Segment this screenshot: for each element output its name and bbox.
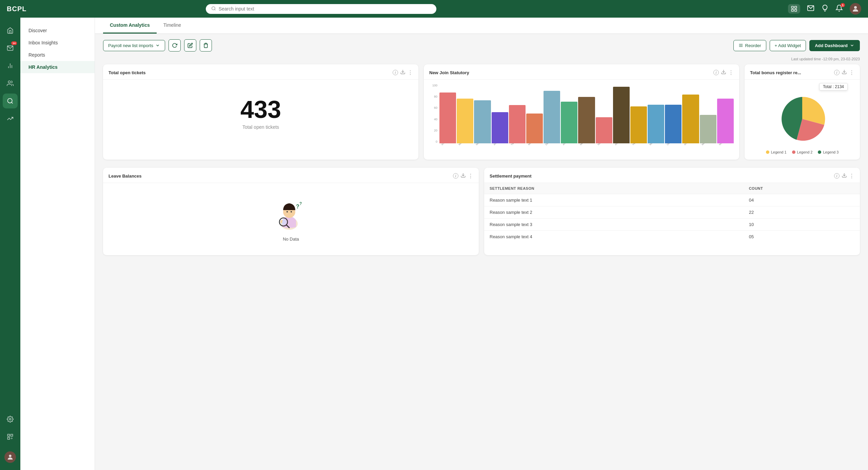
delete-btn[interactable] [200, 39, 212, 52]
bar-item [561, 102, 577, 143]
widget-settlement-payment: Settlement payment i ⋮ SETTLEMENT REASON… [484, 168, 860, 255]
download-btn-statutory[interactable] [721, 69, 726, 76]
widget-title-leave: Leave Balances [108, 173, 451, 179]
col-header-count: COUNT [744, 183, 860, 194]
svg-rect-2 [791, 6, 793, 8]
toolbar-right: Reorder + Add Widget Add Dashboard [733, 40, 860, 51]
legend-dot-1 [766, 150, 769, 154]
bar-item [682, 95, 699, 143]
tab-timeline[interactable]: Timeline [157, 18, 188, 34]
more-btn-bonus[interactable]: ⋮ [849, 69, 854, 76]
sidebar-item-discover[interactable]: Discover [20, 24, 95, 37]
svg-rect-5 [795, 9, 797, 12]
widget-title-statutory: New Join Statutory [429, 70, 711, 75]
bar-item [578, 97, 595, 143]
refresh-btn[interactable] [169, 39, 181, 52]
search-input[interactable] [219, 6, 431, 12]
widget-header-settlement: Settlement payment i ⋮ [484, 168, 860, 183]
last-updated-text: Last updated time -12:09 pm, 23-02-2023 [95, 57, 868, 64]
ideas-icon-btn[interactable] [821, 4, 829, 14]
reorder-btn[interactable]: Reorder [733, 40, 766, 51]
bell-icon-btn[interactable]: 1 [835, 4, 843, 14]
add-widget-btn[interactable]: + Add Widget [770, 40, 806, 51]
svg-point-19 [9, 455, 11, 457]
sidebar-icon-chart[interactable] [3, 58, 18, 73]
bar-item [613, 87, 630, 143]
edit-btn[interactable] [184, 39, 196, 52]
legend-item-3: Legend 3 [818, 150, 839, 154]
info-icon-settlement[interactable]: i [834, 173, 840, 179]
toolbar: Payroll new list imports Reorder + Add W… [95, 34, 868, 57]
bar-label: Nishant Ga... [597, 143, 609, 146]
pie-chart [775, 92, 829, 146]
more-btn-leave[interactable]: ⋮ [468, 173, 473, 179]
tab-custom-analytics[interactable]: Custom Analytics [103, 18, 157, 34]
sidebar-icon-avatar[interactable] [3, 450, 18, 465]
widget-total-open-tickets: Total open tickets i ⋮ 433 Total open ti… [103, 64, 418, 160]
add-dashboard-btn[interactable]: Add Dashboard [809, 40, 860, 51]
tickets-label: Total open tickets [242, 124, 279, 130]
bar-label: Aniket Sh... [493, 143, 503, 146]
bar-item [509, 105, 526, 143]
download-btn-tickets[interactable] [400, 69, 406, 76]
count-cell: 04 [744, 194, 860, 206]
svg-line-1 [214, 9, 215, 10]
svg-point-0 [212, 6, 215, 9]
avatar[interactable] [850, 3, 861, 15]
bar-label: Ankit Shiva... [562, 143, 574, 146]
svg-rect-4 [791, 9, 793, 12]
tickets-body: 433 Total open tickets [103, 80, 418, 147]
bar-item [648, 105, 664, 143]
sidebar-item-reports[interactable]: Reports [20, 49, 95, 61]
widget-title-settlement: Settlement payment [490, 173, 832, 179]
info-icon-statutory[interactable]: i [713, 70, 719, 75]
bell-badge: 1 [841, 3, 845, 7]
info-icon-bonus[interactable]: i [834, 70, 840, 75]
icon-sidebar: 14 [0, 18, 20, 470]
svg-point-12 [8, 81, 11, 83]
bar-label: Nishant Ga... [718, 143, 730, 146]
more-btn-tickets[interactable]: ⋮ [408, 69, 413, 76]
col-header-reason: SETTLEMENT REASON [484, 183, 744, 194]
widget-title-bonus: Total bonus register re... [750, 70, 832, 75]
widget-header-bonus: Total bonus register re... i ⋮ [745, 64, 860, 80]
svg-point-13 [8, 99, 12, 103]
info-icon-tickets[interactable]: i [393, 70, 398, 75]
sidebar-icon-analytics[interactable] [3, 94, 18, 108]
sidebar-item-hr-analytics[interactable]: HR Analytics [20, 61, 95, 73]
reason-cell: Reason sample text 4 [484, 231, 744, 243]
info-icon-leave[interactable]: i [453, 173, 458, 179]
trash-icon [203, 43, 209, 48]
sidebar-icon-home[interactable] [3, 23, 18, 38]
dashboard-grid-row1: Total open tickets i ⋮ 433 Total open ti… [95, 64, 868, 168]
more-btn-statutory[interactable]: ⋮ [728, 69, 734, 76]
table-row: Reason sample text 104 [484, 194, 860, 206]
network-icon[interactable] [788, 4, 800, 14]
bar-label: Vipul Gupta [632, 143, 642, 146]
sidebar-icon-people[interactable] [3, 76, 18, 91]
bar-label: Deepti Kul... [545, 143, 556, 146]
bar-item [544, 91, 560, 143]
svg-point-30 [291, 211, 292, 212]
settlement-table-container: SETTLEMENT REASON COUNT Reason sample te… [484, 183, 860, 245]
search-box[interactable] [206, 4, 436, 14]
widget-header-statutory: New Join Statutory i ⋮ [424, 64, 739, 80]
legend-label-1: Legend 1 [771, 150, 787, 154]
bar-label: Mayank Ah... [649, 143, 660, 146]
download-btn-settlement[interactable] [842, 172, 847, 179]
pie-body: Total : 2134 Legend 1 [745, 80, 860, 160]
inbox-icon-btn[interactable] [807, 4, 814, 14]
dashboard-selector-btn[interactable]: Payroll new list imports [103, 40, 165, 51]
sidebar-icon-inbox[interactable]: 14 [3, 41, 18, 56]
download-btn-leave[interactable] [460, 172, 466, 179]
bar-label: Deepti Kul... [666, 143, 677, 146]
pie-total-tooltip: Total : 2134 [819, 83, 848, 90]
chevron-down-icon-white [850, 43, 854, 48]
sidebar-item-inbox-insights[interactable]: Inbox Insights [20, 37, 95, 49]
sidebar-icon-growth[interactable] [3, 111, 18, 126]
download-btn-bonus[interactable] [842, 69, 847, 76]
bar-label: Vipul Gupta [510, 143, 521, 146]
more-btn-settlement[interactable]: ⋮ [849, 173, 854, 179]
sidebar-icon-widgets[interactable] [3, 429, 18, 444]
sidebar-icon-settings[interactable] [3, 412, 18, 427]
